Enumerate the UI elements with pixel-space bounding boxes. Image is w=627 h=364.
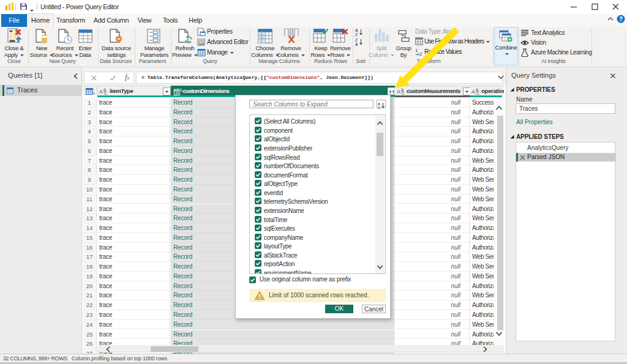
svg-text:A: A bbox=[99, 89, 103, 95]
svg-text:A: A bbox=[471, 89, 475, 95]
svg-text:123: 123 bbox=[173, 92, 180, 95]
svg-text:Z: Z bbox=[378, 106, 380, 109]
svg-text:C: C bbox=[476, 91, 479, 95]
svg-text:?: ? bbox=[619, 16, 623, 23]
svg-text:Z: Z bbox=[355, 32, 358, 37]
svg-text:C: C bbox=[104, 91, 107, 95]
